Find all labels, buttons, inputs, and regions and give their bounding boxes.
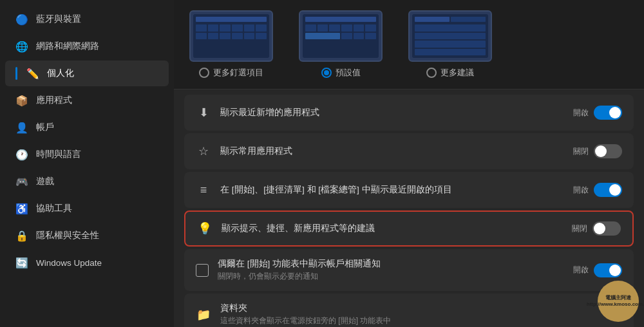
folders-title: 資料夾 <box>220 303 622 314</box>
common-apps-toggle[interactable] <box>594 144 622 158</box>
layout-option-more-recommended[interactable]: 更多建議 <box>408 10 492 79</box>
sidebar: 🔵 藍牙與裝置 🌐 網路和網際網路 ✏️ 個人化 📦 應用程式 👤 帳戶 🕐 時… <box>0 0 174 327</box>
lightbulb-icon: 💡 <box>197 221 213 236</box>
account-notifications-text: 偶爾在 [開始] 功能表中顯示帳戶相關通知 關閉時，仍會顯示必要的通知 <box>218 258 564 282</box>
sidebar-item-apps[interactable]: 📦 應用程式 <box>5 88 169 113</box>
account-notifications-toggle-area: 開啟 <box>573 263 622 277</box>
suggestions-text: 顯示提示、捷徑、新應用程式等的建議 <box>222 223 563 234</box>
account-notifications-toggle[interactable] <box>594 263 622 277</box>
sidebar-item-accessibility[interactable]: ♿ 協助工具 <box>5 196 169 221</box>
recent-apps-text: 顯示最近新增的應用程式 <box>220 107 564 118</box>
sidebar-item-label: 遊戲 <box>36 176 54 187</box>
radio-circle-more-recommended <box>426 68 437 78</box>
sidebar-item-network[interactable]: 🌐 網路和網際網路 <box>5 33 169 59</box>
recent-items-toggle-knob <box>609 184 621 196</box>
sidebar-item-label: 網路和網際網路 <box>36 41 99 52</box>
folders-text: 資料夾 這些資料夾會顯示在電源按鈕旁的 [開始] 功能表中 <box>220 303 622 326</box>
setting-row-common-apps: ☆ 顯示常用應用程式 關閉 <box>184 133 634 169</box>
layout-preview-area: 更多釘選項目 <box>174 0 644 89</box>
radio-default[interactable]: 預設值 <box>321 67 361 79</box>
privacy-icon: 🔒 <box>15 229 28 242</box>
setting-row-suggestions: 💡 顯示提示、捷徑、新應用程式等的建議 關閉 <box>184 210 634 247</box>
folder-icon: 📁 <box>196 308 211 322</box>
common-apps-title: 顯示常用應用程式 <box>220 145 564 157</box>
settings-area: ⬇ 顯示最近新增的應用程式 開啟 ☆ 顯示常用應用程式 關閉 <box>174 89 644 327</box>
star-icon: ☆ <box>196 144 211 158</box>
suggestions-toggle-area: 關閉 <box>572 221 621 236</box>
recent-apps-toggle[interactable] <box>594 106 622 120</box>
account-notifications-toggle-label: 開啟 <box>573 265 589 276</box>
setting-row-recent-items: ≡ 在 [開始]、[捷徑清單] 和 [檔案總管] 中顯示最近開啟的項目 開啟 <box>184 172 634 208</box>
recent-apps-title: 顯示最近新增的應用程式 <box>220 107 564 118</box>
watermark-text: 電腦主阿達http://www.kmoso.com.tw <box>587 295 644 308</box>
layout-thumbnail-default <box>299 10 383 62</box>
recent-items-title: 在 [開始]、[捷徑清單] 和 [檔案總管] 中顯示最近開啟的項目 <box>220 184 564 196</box>
sidebar-item-label: 帳戶 <box>36 122 54 133</box>
setting-row-folders: 📁 資料夾 這些資料夾會顯示在電源按鈕旁的 [開始] 功能表中 <box>184 294 634 327</box>
account-notifications-subtitle: 關閉時，仍會顯示必要的通知 <box>218 271 564 282</box>
sidebar-item-bluetooth[interactable]: 🔵 藍牙與裝置 <box>5 6 169 32</box>
sidebar-item-label: 協助工具 <box>36 203 72 214</box>
folders-subtitle: 這些資料夾會顯示在電源按鈕旁的 [開始] 功能表中 <box>220 315 622 326</box>
network-icon: 🌐 <box>15 40 28 53</box>
common-apps-toggle-area: 關閉 <box>573 144 622 158</box>
common-apps-text: 顯示常用應用程式 <box>220 145 564 157</box>
apps-icon: 📦 <box>15 94 28 107</box>
accounts-icon: 👤 <box>15 121 28 134</box>
sidebar-item-gaming[interactable]: 🎮 遊戲 <box>5 169 169 194</box>
accessibility-icon: ♿ <box>15 202 28 215</box>
sidebar-item-accounts[interactable]: 👤 帳戶 <box>5 115 169 140</box>
sidebar-item-privacy[interactable]: 🔒 隱私權與安全性 <box>5 223 169 248</box>
sidebar-item-label: Windows Update <box>36 258 102 268</box>
recent-items-toggle-label: 開啟 <box>573 185 589 196</box>
notification-icon <box>196 264 209 277</box>
setting-row-account-notifications: 偶爾在 [開始] 功能表中顯示帳戶相關通知 關閉時，仍會顯示必要的通知 開啟 <box>184 249 634 291</box>
suggestions-toggle-knob <box>594 223 605 234</box>
radio-more-pins[interactable]: 更多釘選項目 <box>199 67 263 79</box>
watermark: 電腦主阿達http://www.kmoso.com.tw <box>598 281 639 322</box>
sidebar-item-windows-update[interactable]: 🔄 Windows Update <box>5 250 169 276</box>
recent-items-text: 在 [開始]、[捷徑清單] 和 [檔案總管] 中顯示最近開啟的項目 <box>220 184 564 196</box>
list-icon: ≡ <box>196 183 211 197</box>
personalization-icon: ✏️ <box>26 67 39 80</box>
sidebar-item-label: 時間與語言 <box>36 149 81 160</box>
layout-option-default[interactable]: 預設值 <box>299 10 383 79</box>
layout-option-more-pins[interactable]: 更多釘選項目 <box>189 10 273 79</box>
suggestions-toggle[interactable] <box>592 221 621 236</box>
radio-label-more-recommended: 更多建議 <box>440 67 474 79</box>
bluetooth-icon: 🔵 <box>15 13 28 26</box>
account-notifications-title: 偶爾在 [開始] 功能表中顯示帳戶相關通知 <box>218 258 564 270</box>
sidebar-item-label: 個人化 <box>47 68 74 79</box>
sidebar-item-personalization[interactable]: ✏️ 個人化 <box>5 61 169 86</box>
sidebar-item-time[interactable]: 🕐 時間與語言 <box>5 142 169 167</box>
common-apps-toggle-label: 關閉 <box>573 146 589 157</box>
account-notifications-toggle-knob <box>609 265 621 276</box>
setting-row-recent-apps: ⬇ 顯示最近新增的應用程式 開啟 <box>184 95 634 131</box>
radio-circle-default <box>321 68 332 78</box>
sidebar-item-label: 隱私權與安全性 <box>36 230 99 241</box>
main-content: 更多釘選項目 <box>174 0 644 327</box>
layout-thumbnail-more-recommended <box>408 10 492 62</box>
sidebar-item-label: 應用程式 <box>36 95 72 106</box>
time-icon: 🕐 <box>15 148 28 161</box>
radio-more-recommended[interactable]: 更多建議 <box>426 67 474 79</box>
download-icon: ⬇ <box>196 106 211 120</box>
sidebar-item-label: 藍牙與裝置 <box>36 14 81 25</box>
gaming-icon: 🎮 <box>15 175 28 188</box>
windows-update-icon: 🔄 <box>15 256 28 269</box>
recent-apps-toggle-label: 開啟 <box>573 107 589 118</box>
suggestions-title: 顯示提示、捷徑、新應用程式等的建議 <box>222 223 563 234</box>
common-apps-toggle-knob <box>595 145 607 157</box>
radio-circle-more-pins <box>199 68 209 78</box>
radio-label-more-pins: 更多釘選項目 <box>213 67 263 79</box>
layout-thumbnail-more-pins <box>189 10 273 62</box>
recent-items-toggle-area: 開啟 <box>573 183 622 197</box>
radio-label-default: 預設值 <box>336 67 361 79</box>
recent-apps-toggle-area: 開啟 <box>573 106 622 120</box>
recent-apps-toggle-knob <box>609 107 621 118</box>
recent-items-toggle[interactable] <box>594 183 622 197</box>
suggestions-toggle-label: 關閉 <box>572 223 587 234</box>
